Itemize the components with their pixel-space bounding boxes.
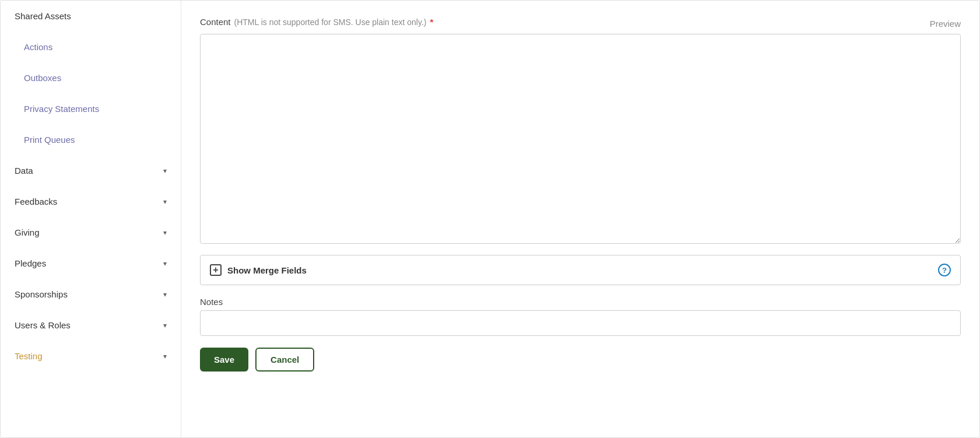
sidebar: Shared Assets Actions Outboxes Privacy S… [1,1,181,437]
chevron-down-icon: ▾ [163,290,167,299]
sidebar-item-label: Feedbacks [15,197,57,206]
content-textarea[interactable] [200,34,961,244]
button-row: Save Cancel [200,348,961,372]
chevron-down-icon: ▾ [163,352,167,360]
sidebar-item-privacy-statements[interactable]: Privacy Statements [1,93,181,124]
notes-input[interactable] [200,310,961,336]
sidebar-item-label: Sponsorships [15,289,68,299]
save-button[interactable]: Save [200,348,248,372]
sidebar-item-label: Actions [24,42,52,52]
sidebar-item-print-queues[interactable]: Print Queues [1,124,181,155]
cancel-button[interactable]: Cancel [255,348,314,372]
help-icon[interactable]: ? [938,264,951,276]
main-content: Content (HTML is not supported for SMS. … [181,1,979,437]
sidebar-item-label: Print Queues [24,135,75,145]
content-html-note: (HTML is not supported for SMS. Use plai… [234,17,427,27]
sidebar-item-label: Giving [15,227,40,237]
merge-fields-label: Show Merge Fields [227,265,307,275]
sidebar-item-users-roles[interactable]: Users & Roles ▾ [1,310,181,341]
sidebar-item-feedbacks[interactable]: Feedbacks ▾ [1,186,181,217]
sidebar-item-sponsorships[interactable]: Sponsorships ▾ [1,279,181,310]
sidebar-item-giving[interactable]: Giving ▾ [1,217,181,248]
content-label: Content (HTML is not supported for SMS. … [200,17,433,27]
preview-link[interactable]: Preview [930,19,961,29]
sidebar-item-pledges[interactable]: Pledges ▾ [1,248,181,279]
merge-fields-left: + Show Merge Fields [210,264,307,276]
content-label-text: Content [200,17,231,27]
chevron-down-icon: ▾ [163,229,167,237]
chevron-down-icon: ▾ [163,167,167,175]
sidebar-item-label: Users & Roles [15,320,71,330]
sidebar-item-testing[interactable]: Testing ▾ [1,341,181,372]
sidebar-item-actions[interactable]: Actions [1,31,181,62]
sidebar-item-label: Data [15,166,33,176]
sidebar-item-label: Privacy Statements [24,104,99,114]
chevron-down-icon: ▾ [163,198,167,206]
notes-label: Notes [200,297,961,307]
sidebar-item-data[interactable]: Data ▾ [1,155,181,186]
merge-fields-bar[interactable]: + Show Merge Fields ? [200,255,961,285]
chevron-down-icon: ▾ [163,321,167,330]
sidebar-item-label: Shared Assets [15,11,71,21]
sidebar-item-label: Pledges [15,258,46,268]
chevron-down-icon: ▾ [163,260,167,268]
sidebar-item-shared-assets[interactable]: Shared Assets [1,1,181,31]
plus-box-icon: + [210,264,222,276]
sidebar-item-label: Outboxes [24,73,61,83]
content-required-indicator: * [430,17,433,27]
sidebar-item-outboxes[interactable]: Outboxes [1,62,181,93]
sidebar-item-label: Testing [15,351,43,361]
